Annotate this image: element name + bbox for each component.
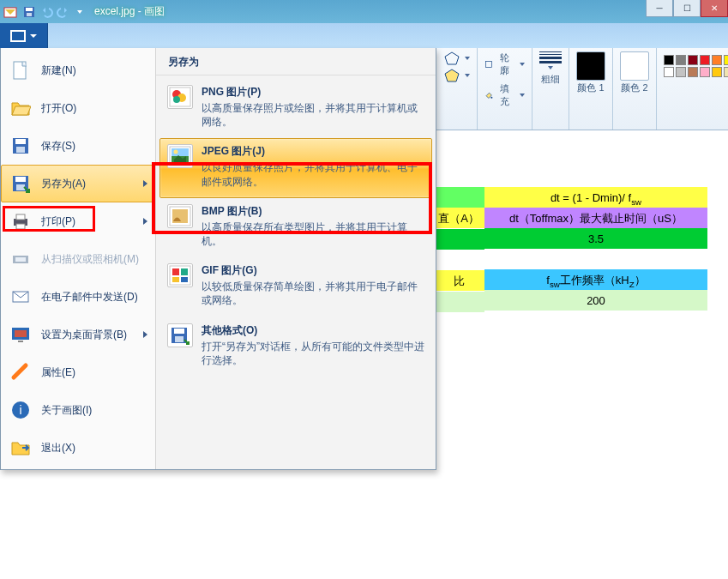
sheet-cell: 3.5 (484, 228, 707, 249)
file-menu-label: 打开(O) (41, 101, 76, 116)
palette-swatch[interactable] (712, 55, 722, 65)
email-icon (9, 285, 33, 309)
file-menu-label: 另存为(A) (41, 177, 86, 191)
svg-rect-23 (18, 341, 23, 342)
app-icon (3, 5, 17, 19)
ribbon-group-color1[interactable]: 颜色 1 (569, 48, 613, 130)
palette-swatch[interactable] (700, 55, 710, 65)
file-menu-open[interactable]: 打开(O) (1, 89, 155, 127)
submenu-item-title: PNG 图片(P) (202, 85, 424, 100)
ribbon-group-palette (657, 48, 728, 130)
submenu-arrow-icon (143, 180, 147, 187)
svg-rect-17 (16, 224, 25, 229)
sheet-cell: fsw工作频率（kHZ） (484, 269, 707, 290)
chevron-down-icon[interactable] (465, 74, 470, 77)
new-doc-icon (9, 58, 33, 82)
save-as-jpeg[interactable]: JPEG 图片(J) 以良好质量保存照片，并将其用于计算机、电子邮件或网络。 (159, 138, 432, 197)
window-titlebar: excel.jpg - 画图 ─ ☐ ✕ (0, 0, 728, 23)
palette-swatch[interactable] (688, 55, 698, 65)
qat-customize-caret[interactable] (77, 10, 82, 14)
color2-label: 颜色 2 (621, 82, 647, 93)
svg-rect-19 (15, 257, 26, 262)
ribbon-group-stroke[interactable]: 粗细 (532, 48, 569, 130)
ribbon-group-outline-fill: 轮廓 填充 (478, 48, 532, 130)
file-menu-about[interactable]: i 关于画图(I) (1, 391, 155, 429)
svg-rect-16 (16, 214, 25, 220)
file-menu-tab[interactable] (0, 23, 48, 48)
window-title: excel.jpg - 画图 (94, 4, 165, 19)
file-menu-properties[interactable]: 属性(E) (1, 353, 155, 391)
palette-swatch[interactable] (700, 67, 710, 77)
print-icon (9, 209, 33, 233)
file-menu-print[interactable]: 打印(P) (1, 202, 155, 240)
sheet-cell: 比 (433, 270, 484, 291)
file-menu-new[interactable]: 新建(N) (1, 51, 155, 89)
sheet-cell (484, 249, 707, 269)
svg-rect-38 (181, 268, 188, 275)
file-menu-send-email[interactable]: 在电子邮件中发送(D) (1, 278, 155, 316)
palette-swatch[interactable] (664, 55, 674, 65)
stroke-width-icon (539, 51, 562, 63)
palette-swatch[interactable] (688, 67, 698, 77)
file-menu-label: 关于画图(I) (41, 403, 92, 418)
pentagon-fill-icon[interactable] (444, 69, 460, 82)
ribbon-group-color2[interactable]: 颜色 2 (613, 48, 657, 130)
pentagon-outline-icon[interactable] (444, 51, 460, 65)
chevron-down-icon[interactable] (465, 57, 470, 60)
svg-point-33 (174, 150, 178, 154)
submenu-arrow-icon (143, 331, 147, 338)
file-menu-save[interactable]: 保存(S) (1, 127, 155, 165)
svg-rect-22 (15, 330, 27, 337)
outline-dropdown[interactable]: 轮廓 (484, 51, 525, 77)
submenu-title: 另存为 (156, 48, 436, 75)
save-as-png[interactable]: PNG 图片(P) 以高质量保存照片或绘图，并将其用于计算机或网络。 (159, 79, 432, 138)
other-format-icon (167, 323, 193, 347)
gif-icon (167, 263, 193, 287)
submenu-item-desc: 以高质量保存照片或绘图，并将其用于计算机或网络。 (202, 101, 424, 129)
save-as-bmp[interactable]: BMP 图片(B) 以高质量保存所有类型图片，并将其用于计算机。 (159, 198, 432, 257)
svg-rect-42 (174, 329, 184, 334)
color-palette[interactable] (664, 51, 728, 77)
exit-icon (9, 436, 33, 460)
qat-save-icon[interactable] (22, 5, 36, 19)
window-maximize-button[interactable]: ☐ (673, 0, 701, 17)
submenu-item-title: GIF 图片(G) (202, 263, 424, 278)
file-menu-label: 新建(N) (41, 63, 76, 78)
outline-label: 轮廓 (500, 51, 513, 77)
qat-redo-icon[interactable] (57, 5, 70, 19)
palette-swatch[interactable] (676, 67, 686, 77)
svg-rect-37 (172, 268, 179, 275)
sheet-cell: 直（A） (433, 208, 484, 228)
palette-swatch[interactable] (724, 55, 728, 65)
palette-swatch[interactable] (664, 67, 674, 77)
palette-swatch[interactable] (676, 55, 686, 65)
svg-rect-11 (16, 147, 25, 153)
submenu-item-desc: 打开“另存为”对话框，从所有可能的文件类型中进行选择。 (202, 340, 424, 367)
file-menu-save-as[interactable]: 另存为(A) (1, 165, 155, 202)
chevron-down-icon (548, 66, 553, 69)
palette-swatch[interactable] (712, 67, 722, 77)
sheet-cell (433, 250, 484, 270)
file-menu-panel: 新建(N) 打开(O) 保存(S) 另存为(A) 打印(P) (0, 48, 436, 470)
file-menu-exit[interactable]: 退出(X) (1, 429, 155, 467)
file-menu-label: 打印(P) (41, 214, 75, 229)
submenu-item-desc: 以高质量保存所有类型图片，并将其用于计算机。 (202, 220, 424, 248)
qat-undo-icon[interactable] (39, 5, 53, 19)
file-menu-set-wallpaper[interactable]: 设置为桌面背景(B) (1, 316, 155, 353)
window-minimize-button[interactable]: ─ (646, 0, 673, 17)
svg-point-7 (490, 97, 492, 99)
fill-dropdown[interactable]: 填充 (484, 82, 525, 108)
color1-label: 颜色 1 (577, 82, 604, 93)
save-icon (9, 134, 33, 158)
window-close-button[interactable]: ✕ (701, 0, 728, 17)
save-as-gif[interactable]: GIF 图片(G) 以较低质量保存简单绘图，并将其用于电子邮件或网络。 (159, 257, 432, 317)
save-as-other[interactable]: 其他格式(O) 打开“另存为”对话框，从所有可能的文件类型中进行选择。 (159, 317, 432, 377)
svg-rect-14 (16, 184, 25, 190)
palette-swatch[interactable] (724, 67, 728, 77)
color1-swatch (576, 51, 605, 81)
file-menu-from-scanner[interactable]: 从扫描仪或照相机(M) (1, 240, 155, 278)
svg-text:i: i (19, 403, 21, 417)
color2-swatch (620, 51, 649, 81)
svg-rect-43 (175, 336, 184, 342)
sheet-cell (433, 229, 484, 250)
